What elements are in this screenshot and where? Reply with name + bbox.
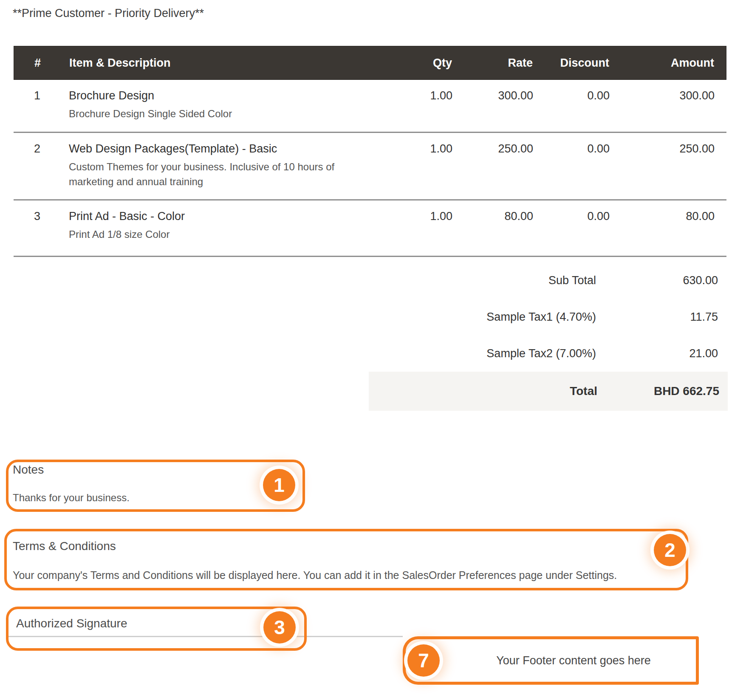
item-description: Print Ad 1/8 size Color bbox=[69, 227, 341, 242]
items-table: # Item & Description Qty Rate Discount A… bbox=[14, 46, 726, 257]
tax2-row: Sample Tax2 (7.00%) 21.00 bbox=[14, 335, 726, 372]
column-header-item-description: Item & Description bbox=[69, 56, 397, 70]
column-header-number: # bbox=[14, 56, 69, 70]
item-qty: 1.00 bbox=[397, 142, 465, 155]
totals-section: Sub Total 630.00 Sample Tax1 (4.70%) 11.… bbox=[14, 257, 726, 411]
annotation-box-signature bbox=[6, 607, 307, 651]
annotation-box-terms bbox=[4, 529, 688, 590]
subtotal-value: 630.00 bbox=[596, 274, 726, 287]
tax1-row: Sample Tax1 (4.70%) 11.75 bbox=[14, 299, 726, 335]
item-discount: 0.00 bbox=[546, 142, 622, 155]
item-qty: 1.00 bbox=[397, 210, 465, 223]
item-discount: 0.00 bbox=[546, 210, 622, 223]
tax1-label: Sample Tax1 (4.70%) bbox=[486, 310, 596, 324]
table-header-row: # Item & Description Qty Rate Discount A… bbox=[14, 46, 726, 80]
item-discount: 0.00 bbox=[546, 89, 622, 102]
table-row: 1 Brochure Design Brochure Design Single… bbox=[14, 80, 726, 133]
column-header-discount: Discount bbox=[545, 56, 622, 70]
column-header-qty: Qty bbox=[397, 56, 465, 70]
grand-total-label: Total bbox=[570, 384, 597, 398]
annotation-badge-signature: 3 bbox=[263, 611, 296, 644]
table-row: 2 Web Design Packages(Template) - Basic … bbox=[14, 133, 726, 200]
grand-total-value: BHD 662.75 bbox=[597, 384, 728, 398]
item-description: Brochure Design Single Sided Color bbox=[69, 107, 341, 121]
item-name: Web Design Packages(Template) - Basic bbox=[69, 142, 389, 155]
annotation-badge-footer: 7 bbox=[407, 644, 440, 677]
tax2-label: Sample Tax2 (7.00%) bbox=[486, 347, 596, 360]
tax1-value: 11.75 bbox=[596, 310, 726, 324]
sales-order-document: **Prime Customer - Priority Delivery** #… bbox=[0, 0, 746, 700]
subtotal-label: Sub Total bbox=[548, 274, 596, 287]
annotation-badge-terms: 2 bbox=[654, 534, 686, 566]
grand-total-row: Total BHD 662.75 bbox=[369, 372, 728, 411]
annotation-badge-notes: 1 bbox=[263, 469, 295, 501]
subtotal-row: Sub Total 630.00 bbox=[14, 262, 726, 299]
item-description: Custom Themes for your business. Inclusi… bbox=[69, 160, 341, 189]
table-row: 3 Print Ad - Basic - Color Print Ad 1/8 … bbox=[14, 200, 726, 257]
item-rate: 250.00 bbox=[465, 142, 546, 155]
item-qty: 1.00 bbox=[397, 89, 465, 102]
item-number: 2 bbox=[14, 142, 69, 155]
column-header-rate: Rate bbox=[465, 56, 545, 70]
item-amount: 300.00 bbox=[622, 89, 726, 102]
item-number: 1 bbox=[14, 89, 69, 102]
item-name: Print Ad - Basic - Color bbox=[69, 210, 389, 223]
item-amount: 80.00 bbox=[622, 210, 726, 223]
column-header-amount: Amount bbox=[622, 56, 726, 70]
item-rate: 300.00 bbox=[465, 89, 546, 102]
annotation-box-notes bbox=[6, 460, 305, 512]
item-rate: 80.00 bbox=[465, 210, 546, 223]
item-amount: 250.00 bbox=[622, 142, 726, 155]
tax2-value: 21.00 bbox=[596, 347, 726, 360]
annotation-box-footer bbox=[403, 636, 699, 685]
item-number: 3 bbox=[14, 210, 69, 223]
item-name: Brochure Design bbox=[69, 89, 389, 102]
header-note: **Prime Customer - Priority Delivery** bbox=[13, 7, 204, 20]
